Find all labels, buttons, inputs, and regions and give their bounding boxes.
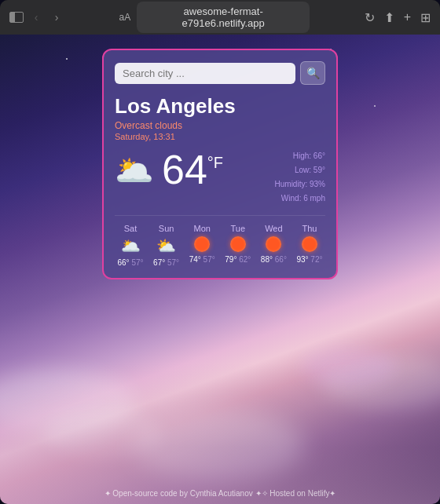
toolbar-actions: ↻ ⬆ + ⊞ <box>365 10 431 25</box>
browser-window: ‹ › aA awesome-fermat-e791e6.netlify.app… <box>0 0 440 504</box>
high-temp: High: 66° <box>275 149 325 163</box>
forecast-day-icon <box>302 236 317 252</box>
forecast-day-icon: ⛅ <box>156 236 176 255</box>
star <box>374 105 376 107</box>
forecast-day: Mon74° 57° <box>186 224 218 267</box>
forecast-temps: 66° 57° <box>117 258 143 267</box>
browser-toolbar: ‹ › aA awesome-fermat-e791e6.netlify.app… <box>0 0 440 35</box>
grid-icon[interactable]: ⊞ <box>420 10 431 25</box>
forecast-row: Sat🌥️66° 57°Sun⛅67° 57°Mon74° 57°Tue79° … <box>115 215 325 267</box>
address-bar[interactable]: awesome-fermat-e791e6.netlify.app <box>137 2 310 33</box>
forecast-day-label: Sat <box>124 224 138 233</box>
forecast-day: Sun⛅67° 57° <box>151 224 182 267</box>
forecast-temps: 88° 66° <box>261 255 287 264</box>
city-name: Los Angeles <box>115 94 325 119</box>
forecast-day: Sat🌥️66° 57° <box>115 224 146 267</box>
footer-text: ✦ Open-source code by Cynthia Acutianov … <box>104 489 336 498</box>
address-bar-container: aA awesome-fermat-e791e6.netlify.app <box>71 2 358 33</box>
forecast-temps: 79° 62° <box>225 255 251 264</box>
browser-content: 🔍 Los Angeles Overcast clouds Saturday, … <box>0 35 440 504</box>
add-tab-icon[interactable]: + <box>404 10 411 24</box>
forecast-day: Tue79° 62° <box>222 224 254 267</box>
forecast-day: Thu93° 72° <box>294 224 325 267</box>
search-button[interactable]: 🔍 <box>300 61 325 85</box>
forecast-day-label: Mon <box>193 224 210 233</box>
aa-label[interactable]: aA <box>119 12 130 23</box>
forecast-day-label: Tue <box>231 224 246 233</box>
footer-bar: ✦ Open-source code by Cynthia Acutianov … <box>0 482 440 504</box>
main-weather-display: 🌥️ 64 °F High: 66° Low: 59° Humidity: 93… <box>115 149 325 206</box>
forecast-day-icon <box>266 236 281 252</box>
forecast-day-icon <box>194 236 210 252</box>
forecast-day-icon <box>230 236 246 252</box>
weather-details: High: 66° Low: 59° Humidity: 93% Wind: 6… <box>275 149 325 206</box>
star <box>66 58 68 60</box>
search-input[interactable] <box>115 63 295 84</box>
forecast-day-label: Wed <box>265 224 282 233</box>
main-weather-icon: 🌥️ <box>115 152 154 189</box>
humidity: Humidity: 93% <box>275 177 325 192</box>
weather-date: Saturday, 13:31 <box>115 132 325 141</box>
reload-icon[interactable]: ↻ <box>365 10 375 25</box>
forecast-day-icon: 🌥️ <box>121 236 141 255</box>
search-bar: 🔍 <box>115 61 325 85</box>
search-icon: 🔍 <box>306 67 320 79</box>
forecast-day: Wed88° 66° <box>258 224 289 267</box>
temperature-value: 64 <box>162 149 207 190</box>
forecast-day-label: Thu <box>302 224 317 233</box>
temperature-display: 64 °F <box>162 149 223 190</box>
sidebar-toggle-icon[interactable] <box>9 12 24 23</box>
wind: Wind: 6 mph <box>275 192 325 206</box>
forecast-temps: 67° 57° <box>153 258 179 267</box>
forecast-temps: 74° 57° <box>189 255 215 264</box>
back-button[interactable]: ‹ <box>28 9 44 25</box>
forecast-day-label: Sun <box>159 224 174 233</box>
browser-controls: ‹ › <box>9 9 64 25</box>
weather-widget: 🔍 Los Angeles Overcast clouds Saturday, … <box>102 49 338 279</box>
low-temp: Low: 59° <box>275 163 325 177</box>
temperature-unit: °F <box>207 154 223 172</box>
share-icon[interactable]: ⬆ <box>384 10 394 25</box>
forward-button[interactable]: › <box>49 9 64 25</box>
weather-description: Overcast clouds <box>115 120 325 131</box>
forecast-temps: 93° 72° <box>296 255 322 264</box>
